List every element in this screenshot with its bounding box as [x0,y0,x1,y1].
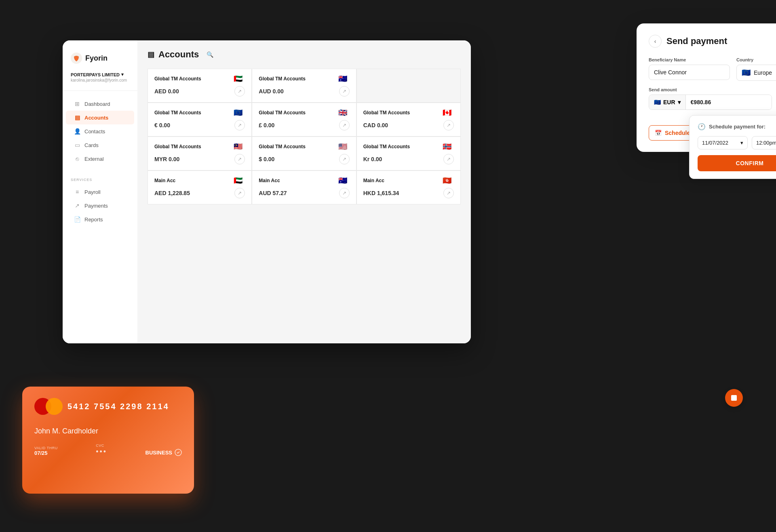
page-header: ▤ Accounts 🔍 [148,48,461,61]
back-button[interactable]: ‹ [649,35,662,48]
account-balance-row: AED 1,228.85 ↗ [154,188,245,198]
country-group: Country 🇪🇺 Europe ▾ [736,57,776,81]
country-label: Country [736,57,776,62]
external-icon: ⎋ [74,156,80,162]
account-item-header: Global TM Accounts 🇨🇦 [363,109,454,117]
schedule-date-select[interactable]: 11/07/2022 ▾ [698,136,748,149]
send-button[interactable]: ↗ [234,86,245,97]
flag-hk: 🇭🇰 [443,177,454,185]
send-button[interactable]: ↗ [339,120,350,130]
account-item: Global TM Accounts 🇬🇧 £ 0.00 ↗ [252,103,356,137]
stop-button[interactable] [725,389,743,407]
send-button[interactable]: ↗ [339,86,350,97]
sidebar-item-contacts[interactable]: 👤 Contacts [66,124,134,138]
account-item-header: Main Acc 🇭🇰 [363,177,454,185]
services-nav: SERVICES ≡ Payroll ↗ Payments 📄 Reports [63,172,137,232]
flag-my: 🇲🇾 [234,143,245,151]
send-button[interactable]: ↗ [234,154,245,164]
stop-icon [731,395,737,401]
business-icon [175,449,182,456]
search-button[interactable]: 🔍 [204,48,216,61]
account-balance-row: AUD 57.27 ↗ [259,188,349,198]
currency-code: EUR [663,99,675,105]
account-item: Global TM Accounts 🇨🇦 CAD 0.00 ↗ [356,103,461,137]
send-button[interactable]: ↗ [234,120,245,130]
account-item-header: Global TM Accounts 🇳🇴 [363,143,454,151]
account-balance-row: AED 0.00 ↗ [154,86,245,97]
account-item: Global TM Accounts 🇺🇸 $ 0.00 ↗ [252,137,356,170]
send-button[interactable]: ↗ [339,188,350,198]
card-holder-name: John M. Cardholder [34,427,182,435]
clock-icon: 🕐 [698,123,706,130]
cards-icon: ▭ [74,142,80,148]
account-item: Global TM Accounts 🇳🇴 Kr 0.00 ↗ [356,137,461,170]
sidebar: Fyorin PORTERPAYS LIMITED ▾ karolina.jar… [63,40,137,343]
account-item-header: Global TM Accounts 🇺🇸 [259,143,349,151]
account-balance-row: MYR 0.00 ↗ [154,154,245,164]
sidebar-item-cards[interactable]: ▭ Cards [66,138,134,152]
card-footer: VALID THRU 07/25 CVC ••• BUSINESS [34,444,182,456]
flag-no: 🇳🇴 [443,143,454,151]
country-select[interactable]: 🇪🇺 Europe ▾ [736,65,776,81]
account-item [356,69,461,103]
mastercard-orange-circle [46,398,63,415]
fyorin-logo-icon [71,53,82,64]
send-button[interactable]: ↗ [443,188,454,198]
sidebar-item-external[interactable]: ⎋ External [66,152,134,166]
main-content: ▤ Accounts 🔍 Global TM Accounts 🇦🇪 AED 0… [137,40,471,343]
send-button[interactable]: ↗ [234,188,245,198]
beneficiary-input[interactable] [649,65,730,80]
account-item: Global TM Accounts 🇪🇺 € 0.00 ↗ [148,103,252,137]
flag-ae-main: 🇦🇪 [234,177,245,185]
country-name: Europe [754,69,776,76]
beneficiary-label: Beneficiary Name [649,57,730,62]
send-button[interactable]: ↗ [339,154,350,164]
account-item-header: Global TM Accounts 🇲🇾 [154,143,245,151]
accounts-grid: Global TM Accounts 🇦🇪 AED 0.00 ↗ Global … [148,69,461,204]
schedule-time-select[interactable]: 12:00pm ▾ [752,136,776,149]
account-item: Global TM Accounts 🇲🇾 MYR 0.00 ↗ [148,137,252,170]
card-cvc-dots: ••• [96,448,107,456]
company-email: karolina.jarosinska@fyorin.com [71,78,129,82]
flag-eu: 🇪🇺 [234,109,245,117]
sidebar-item-payroll[interactable]: ≡ Payroll [66,185,134,199]
schedule-popup: 🕐 Schedule payment for: 11/07/2022 ▾ 12:… [689,115,776,179]
accounts-icon: ▤ [74,114,80,121]
currency-flag: 🇪🇺 [654,99,661,105]
card-cvc: CVC ••• [96,444,107,456]
sidebar-item-dashboard[interactable]: ⊞ Dashboard [66,97,134,111]
flag-gb: 🇬🇧 [338,109,350,117]
schedule-time-value: 12:00pm [756,140,776,146]
company-name: PORTERPAYS LIMITED ▾ [71,72,129,77]
account-item-header: Global TM Accounts 🇪🇺 [154,109,245,117]
account-balance-row: Kr 0.00 ↗ [363,154,454,164]
logo-text: Fyorin [85,54,108,63]
sidebar-item-accounts[interactable]: ▤ Accounts [66,111,134,124]
account-item: Global TM Accounts 🇦🇪 AED 0.00 ↗ [148,69,252,103]
flag-au: 🇦🇺 [338,75,350,83]
dashboard-icon: ⊞ [74,101,80,107]
sidebar-item-payments[interactable]: ↗ Payments [66,199,134,212]
flag-ca: 🇨🇦 [443,109,454,117]
account-item: Main Acc 🇭🇰 HKD 1,615.34 ↗ [356,170,461,204]
credit-card: 5412 7554 2298 2114 John M. Cardholder V… [22,387,194,494]
company-info: PORTERPAYS LIMITED ▾ karolina.jarosinska… [63,72,137,91]
card-number: 5412 7554 2298 2114 [67,402,169,411]
payments-icon: ↗ [74,202,80,209]
currency-select[interactable]: 🇪🇺 EUR ▾ [649,95,686,109]
business-badge: BUSINESS [146,449,182,456]
sidebar-item-reports[interactable]: 📄 Reports [66,212,134,226]
amount-input[interactable] [686,95,772,109]
flag-us: 🇺🇸 [338,143,350,151]
card-logos: 5412 7554 2298 2114 [34,398,182,415]
modal-title: Send payment [666,36,727,46]
send-button[interactable]: ↗ [443,154,454,164]
payroll-icon: ≡ [74,189,80,195]
schedule-controls: 11/07/2022 ▾ 12:00pm ▾ [698,136,776,149]
send-button[interactable]: ↗ [443,120,454,130]
accounts-page-icon: ▤ [148,50,154,59]
confirm-button[interactable]: CONFIRM [698,155,776,171]
schedule-date-value: 11/07/2022 [702,140,728,146]
flag-au-main: 🇦🇺 [338,177,350,185]
account-item-header: Main Acc 🇦🇪 [154,177,245,185]
